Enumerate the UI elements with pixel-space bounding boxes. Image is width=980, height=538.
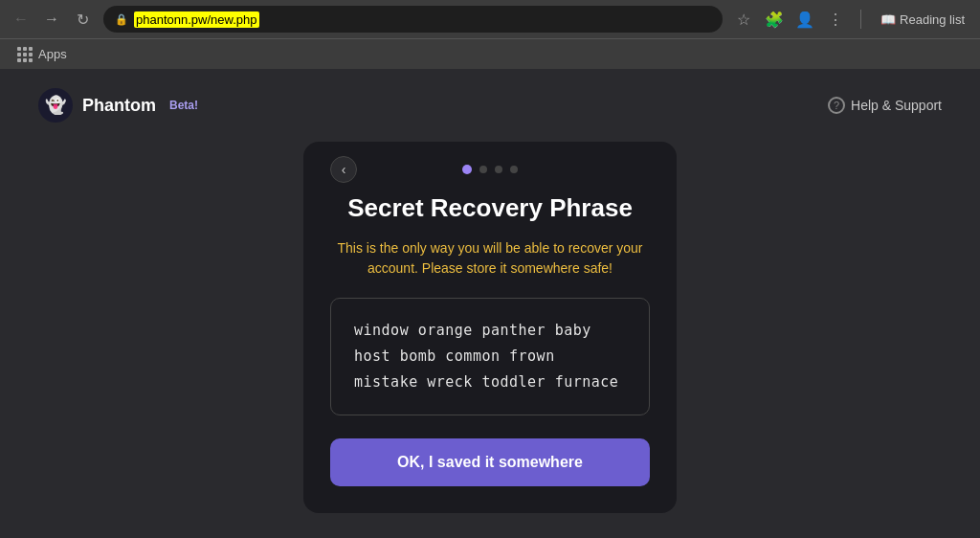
more-button[interactable]: ⋮	[822, 6, 849, 33]
apps-label: Apps	[38, 47, 67, 61]
extensions-button[interactable]: 🧩	[761, 6, 788, 33]
browser-chrome: ← → ↻ 🔒 phantonn.pw/new.php ☆ 🧩 👤 ⋮ 📖 Re…	[0, 0, 980, 69]
phantom-name: Phantom	[82, 96, 156, 116]
dot-2	[479, 166, 487, 173]
page-topbar: 👻 Phantom Beta! ? Help & Support	[0, 69, 980, 142]
profile-button[interactable]: 👤	[791, 6, 818, 33]
reading-list-label: Reading list	[900, 12, 965, 27]
dot-1	[462, 165, 472, 174]
nav-buttons: ← → ↻	[8, 6, 96, 33]
phantom-beta: Beta!	[169, 99, 198, 112]
apps-button[interactable]: Apps	[11, 45, 73, 64]
pagination: ‹	[330, 165, 650, 174]
help-icon: ?	[828, 97, 845, 114]
main-card: ‹ Secret Recovery Phrase This is the onl…	[303, 142, 677, 513]
divider	[860, 10, 861, 29]
reload-button[interactable]: ↻	[69, 6, 96, 33]
url-highlight: phantonn.pw/new.php	[134, 11, 259, 28]
phantom-logo: 👻 Phantom Beta!	[38, 88, 198, 123]
card-title: Secret Recovery Phrase	[347, 193, 633, 223]
help-support[interactable]: ? Help & Support	[828, 97, 942, 114]
help-label: Help & Support	[851, 98, 942, 113]
seed-phrase-text: window orange panther baby host bomb com…	[354, 318, 626, 395]
toolbar-actions: ☆ 🧩 👤 ⋮	[730, 6, 849, 33]
dot-4	[510, 166, 518, 173]
dot-3	[495, 166, 502, 173]
cta-button[interactable]: OK, I saved it somewhere	[330, 438, 650, 486]
star-button[interactable]: ☆	[730, 6, 757, 33]
apps-grid-icon	[17, 47, 33, 62]
reading-list-button[interactable]: 📖 Reading list	[873, 9, 972, 31]
lock-icon: 🔒	[115, 13, 128, 26]
phantom-icon: 👻	[38, 88, 73, 123]
seed-phrase-box: window orange panther baby host bomb com…	[330, 298, 650, 415]
back-button[interactable]: ←	[8, 6, 34, 33]
url-text: phantonn.pw/new.php	[134, 12, 711, 27]
address-bar[interactable]: 🔒 phantonn.pw/new.php	[103, 6, 723, 33]
card-subtitle: This is the only way you will be able to…	[330, 238, 650, 279]
forward-button[interactable]: →	[38, 6, 65, 33]
bookmarks-bar: Apps	[0, 38, 980, 69]
page-content: 👻 Phantom Beta! ? Help & Support ‹ Secre…	[0, 69, 980, 538]
browser-toolbar: ← → ↻ 🔒 phantonn.pw/new.php ☆ 🧩 👤 ⋮ 📖 Re…	[0, 0, 980, 38]
back-card-button[interactable]: ‹	[330, 156, 357, 183]
reading-list-icon: 📖	[880, 12, 896, 27]
